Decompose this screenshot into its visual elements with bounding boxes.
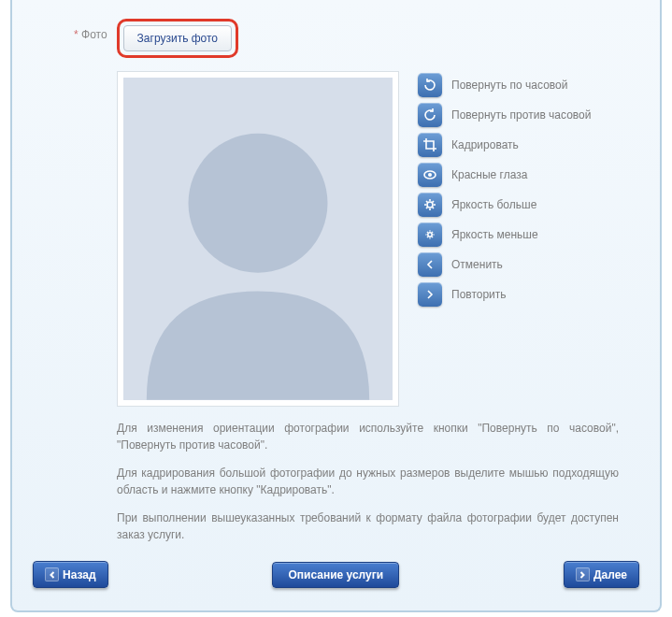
rotate-ccw-button[interactable]: Повернуть против часовой xyxy=(418,103,591,127)
chevron-right-icon xyxy=(576,567,590,581)
rotate-ccw-icon xyxy=(418,103,442,127)
rotate-cw-button[interactable]: Повернуть по часовой xyxy=(418,73,591,97)
nav-bar: Назад Описание услуги Далее xyxy=(33,561,639,588)
svg-point-1 xyxy=(189,134,328,273)
brightness-up-button[interactable]: Яркость больше xyxy=(418,193,591,217)
redeye-button[interactable]: Красные глаза xyxy=(418,163,591,187)
svg-point-3 xyxy=(428,173,432,177)
chevron-left-icon xyxy=(45,567,59,581)
tool-label: Красные глаза xyxy=(451,168,527,182)
upload-row: Фото Загрузить фото xyxy=(74,19,637,58)
instruction-text: Для изменения ориентации фотографии испо… xyxy=(117,420,619,453)
avatar-placeholder xyxy=(123,78,393,400)
svg-point-4 xyxy=(427,202,433,208)
tool-label: Повернуть по часовой xyxy=(451,79,567,93)
instruction-text: При выполнении вышеуказанных требований … xyxy=(117,509,619,543)
photo-tools-list: Повернуть по часовой Повернуть против ча… xyxy=(418,71,591,407)
instruction-text: Для кадрирования большой фотографии до н… xyxy=(117,465,619,498)
brightness-down-icon xyxy=(418,222,442,247)
next-button[interactable]: Далее xyxy=(564,561,639,588)
crop-icon xyxy=(418,133,442,157)
photo-field-label: Фото xyxy=(74,19,107,41)
redo-button[interactable]: Повторить xyxy=(418,282,591,307)
brightness-up-icon xyxy=(418,193,442,217)
service-description-button[interactable]: Описание услуги xyxy=(272,562,399,588)
form-panel: Фото Загрузить фото Повернуть по часовой xyxy=(10,0,662,612)
tool-label: Повторить xyxy=(451,288,507,302)
svg-point-5 xyxy=(428,233,432,237)
undo-icon xyxy=(418,252,442,277)
photo-preview-box xyxy=(117,71,399,407)
crop-button[interactable]: Кадрировать xyxy=(418,133,591,157)
tool-label: Яркость больше xyxy=(451,198,536,212)
rotate-cw-icon xyxy=(418,73,442,97)
brightness-down-button[interactable]: Яркость меньше xyxy=(418,222,591,247)
upload-button-highlight: Загрузить фото xyxy=(117,19,238,58)
back-button-label: Назад xyxy=(63,568,96,581)
instructions-block: Для изменения ориентации фотографии испо… xyxy=(117,420,619,543)
next-button-label: Далее xyxy=(593,568,627,581)
photo-editor-row: Повернуть по часовой Повернуть против ча… xyxy=(117,71,637,407)
undo-button[interactable]: Отменить xyxy=(418,252,591,277)
tool-label: Кадрировать xyxy=(451,138,519,152)
upload-photo-button[interactable]: Загрузить фото xyxy=(123,25,232,51)
tool-label: Повернуть против часовой xyxy=(451,108,591,122)
tool-label: Яркость меньше xyxy=(451,228,538,242)
redeye-icon xyxy=(418,163,442,187)
service-description-label: Описание услуги xyxy=(288,568,383,581)
back-button[interactable]: Назад xyxy=(33,561,108,588)
tool-label: Отменить xyxy=(451,258,503,272)
redo-icon xyxy=(418,282,442,307)
